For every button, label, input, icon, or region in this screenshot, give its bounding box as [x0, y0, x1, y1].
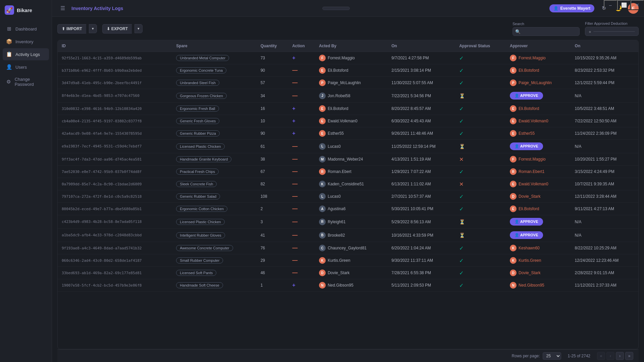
- next-page-button[interactable]: ›: [616, 352, 624, 360]
- cell-approved-on: 12/11/2022 3:28:44 AM: [571, 190, 638, 203]
- approve-button[interactable]: 👤 APPROVE: [510, 218, 543, 226]
- activity-logs-table-wrap: ID Spare Quantity Action Acted By On App…: [57, 40, 639, 349]
- cell-approver: EEsther55: [506, 127, 571, 140]
- sidebar-logo: 🚀 Bikare: [0, 0, 52, 20]
- cell-approver: RRoman.Ebert1: [506, 166, 571, 178]
- cell-approved-on: N/A: [571, 229, 638, 242]
- cell-approval-status: ✓: [455, 190, 506, 203]
- export-label: EXPORT: [111, 26, 128, 31]
- table-row: 060c6346-2ad4-43c0-80d2-658de1af4187Smal…: [58, 254, 638, 267]
- col-approver: Approver: [506, 40, 571, 52]
- cell-approval-status: ⏳: [455, 89, 506, 103]
- table-row: 797107ca-272a-472f-8e1d-c0c5a9c82518Gene…: [58, 190, 638, 203]
- sidebar-item-change-password[interactable]: ⚙ Change Password: [3, 74, 49, 90]
- import-dropdown-button[interactable]: ▾: [89, 24, 97, 33]
- cell-approved-on: 8/22/2022 10:25:29 AM: [571, 242, 638, 254]
- cell-acted-on: 6/30/2022 4:45:43 AM: [387, 115, 455, 127]
- cell-id: 19007e58-5fcf-4cb2-bc5d-457b9e3e06f8: [58, 279, 172, 292]
- prev-page-button[interactable]: ‹: [606, 352, 614, 360]
- sidebar-item-users[interactable]: 👤 Users: [3, 61, 49, 73]
- rows-per-page: Rows per page: 25 50 100: [512, 352, 561, 360]
- minimize-button[interactable]: –: [604, 0, 617, 10]
- topbar-left: ☰ Inventory Activity Logs: [57, 3, 123, 14]
- approve-button[interactable]: 👤 APPROVE: [510, 142, 543, 150]
- cell-approver: 👤 APPROVE: [506, 89, 571, 103]
- search-label: Search: [513, 22, 580, 26]
- filter-bar[interactable]: ⬦: [585, 27, 639, 36]
- export-icon: ⬇: [107, 26, 110, 31]
- cell-approval-status: ⏳: [455, 140, 506, 153]
- cell-acted-on: 11/25/2022 12:59:14 PM: [387, 140, 455, 153]
- cell-acted-on: 7/22/2021 5:34:56 PM: [387, 89, 455, 103]
- cell-approval-status: ✓: [455, 166, 506, 178]
- cell-acted-by: JJon.Robel58: [315, 89, 387, 103]
- cell-action: —: [288, 166, 315, 178]
- first-page-button[interactable]: «: [597, 352, 605, 360]
- user-menu-button[interactable]: 👤 Everette Mayert: [549, 4, 594, 12]
- maximize-button[interactable]: ⬜: [617, 0, 631, 10]
- cell-approval-status: ✓: [455, 115, 506, 127]
- cell-approval-status: ✕: [455, 153, 506, 166]
- sidebar-item-label: Dashboard: [15, 26, 37, 32]
- cell-id: 9ff3ac4f-7da3-47dd-aa96-d745ac4ea581: [58, 153, 172, 166]
- sidebar-item-label: Change Password: [15, 77, 46, 87]
- cell-approver: 👤 APPROVE: [506, 229, 571, 242]
- cell-quantity: 73: [257, 52, 288, 64]
- cell-action: —: [288, 89, 315, 103]
- cell-action: —: [288, 215, 315, 229]
- logo-icon: 🚀: [5, 5, 14, 15]
- sidebar-item-dashboard[interactable]: ⊞ Dashboard: [3, 23, 49, 35]
- cell-approver: 👤 APPROVE: [506, 140, 571, 153]
- last-page-button[interactable]: »: [625, 352, 633, 360]
- cell-approver: NNed.Gibson95: [506, 279, 571, 292]
- table-row: 9f193ae8-a4c3-4649-8dad-a7aad5741b32Awes…: [58, 242, 638, 254]
- dashboard-icon: ⊞: [6, 26, 12, 32]
- sidebar-item-activity-logs[interactable]: 📋 Activity Logs: [3, 48, 49, 60]
- cell-quantity: 41: [257, 229, 288, 242]
- cell-action: +: [288, 52, 315, 64]
- cell-acted-on: 2/7/2021 10:57:37 AM: [387, 190, 455, 203]
- cell-approved-on: 11/12/2021 2:37:33 AM: [571, 279, 638, 292]
- col-on-2: On: [571, 40, 638, 52]
- filter-label: Filter Approved Deduction: [585, 21, 639, 25]
- users-icon: 👤: [6, 64, 12, 70]
- cell-quantity: 82: [257, 178, 288, 190]
- table-row: 19007e58-5fcf-4cb2-bc5d-457b9e3e06f8Hand…: [58, 279, 638, 292]
- import-button[interactable]: ⬆ IMPORT: [57, 24, 86, 34]
- approve-button[interactable]: 👤 APPROVE: [510, 231, 543, 239]
- center-search[interactable]: [322, 7, 350, 10]
- cell-acted-by: CChauncey_Gaylord81: [315, 242, 387, 254]
- cell-approval-status: ✕: [455, 178, 506, 190]
- search-input[interactable]: [513, 27, 580, 36]
- user-avatar-icon: 👤: [553, 6, 558, 11]
- sidebar-item-inventory[interactable]: 📦 Inventory: [3, 36, 49, 48]
- menu-icon[interactable]: ☰: [57, 3, 68, 14]
- cell-approval-status: ✓: [455, 267, 506, 279]
- close-button[interactable]: ✕: [631, 0, 644, 10]
- import-label: IMPORT: [66, 26, 82, 31]
- cell-spare: Intelligent Rubber Gloves: [172, 229, 256, 242]
- cell-acted-by: EEsther55: [315, 127, 387, 140]
- cell-action: —: [288, 190, 315, 203]
- cell-id: 42a4acd9-9e08-4fa4-9e7e-15543078595d: [58, 127, 172, 140]
- cell-acted-by: FForrest.Maggio: [315, 52, 387, 64]
- inventory-icon: 📦: [6, 39, 12, 45]
- cell-spare: Licensed Plastic Chicken: [172, 140, 256, 153]
- export-dropdown-button[interactable]: ▾: [135, 24, 143, 33]
- import-icon: ⬆: [62, 26, 65, 31]
- cell-acted-on: 5/11/2021 2:09:53 PM: [387, 279, 455, 292]
- cell-quantity: 90: [257, 64, 288, 77]
- change-password-icon: ⚙: [6, 79, 11, 85]
- approve-button[interactable]: 👤 APPROVE: [510, 92, 543, 100]
- rows-per-page-select[interactable]: 25 50 100: [543, 352, 561, 360]
- cell-id: c423b4d9-d983-4b28-bc58-8e7ada05f118: [58, 215, 172, 229]
- cell-spare: Small Rubber Computer: [172, 254, 256, 267]
- cell-id: 060c6346-2ad4-43c0-80d2-658de1af4187: [58, 254, 172, 267]
- search-area: Search 🔍: [513, 22, 580, 36]
- table-row: 3d47d9a8-41eb-495c-b90e-2beefbc4491fUnbr…: [58, 77, 638, 89]
- cell-approval-status: ✓: [455, 279, 506, 292]
- cell-approved-on: N/A: [571, 89, 638, 103]
- table-row: 42a4acd9-9e08-4fa4-9e7e-15543078595dGene…: [58, 127, 638, 140]
- cell-quantity: 76: [257, 242, 288, 254]
- export-button[interactable]: ⬇ EXPORT: [102, 24, 132, 34]
